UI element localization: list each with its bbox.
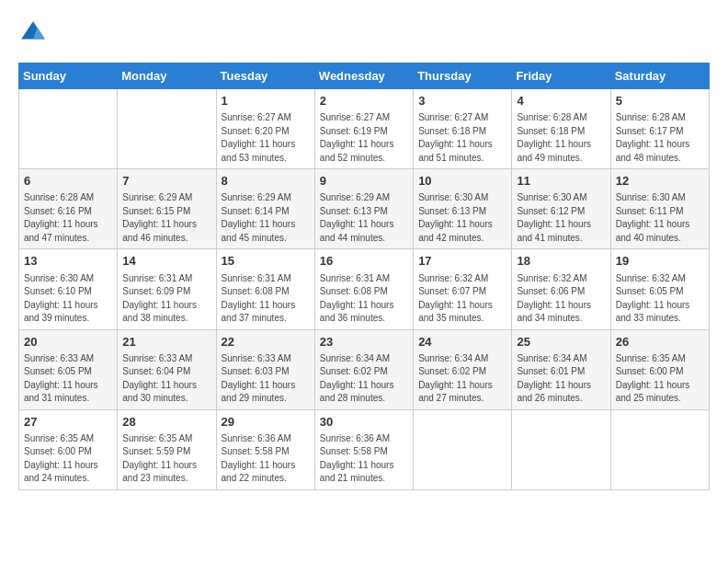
day-number: 4: [517, 93, 605, 109]
calendar-cell: [19, 89, 118, 169]
day-info: Sunrise: 6:33 AM Sunset: 6:03 PM Dayligh…: [222, 352, 310, 406]
day-info: Sunrise: 6:36 AM Sunset: 5:58 PM Dayligh…: [320, 432, 408, 486]
calendar-cell: 25Sunrise: 6:34 AM Sunset: 6:01 PM Dayli…: [512, 329, 610, 409]
calendar-cell: 13Sunrise: 6:30 AM Sunset: 6:10 PM Dayli…: [19, 249, 118, 329]
column-header-monday: Monday: [118, 63, 216, 89]
calendar-header-row: SundayMondayTuesdayWednesdayThursdayFrid…: [19, 63, 710, 89]
day-number: 1: [222, 93, 310, 109]
day-info: Sunrise: 6:29 AM Sunset: 6:15 PM Dayligh…: [122, 191, 210, 245]
calendar-week-row: 27Sunrise: 6:35 AM Sunset: 6:00 PM Dayli…: [19, 409, 710, 489]
day-number: 30: [320, 414, 408, 431]
day-info: Sunrise: 6:31 AM Sunset: 6:08 PM Dayligh…: [320, 272, 408, 326]
calendar-cell: 12Sunrise: 6:30 AM Sunset: 6:11 PM Dayli…: [610, 169, 709, 249]
day-info: Sunrise: 6:31 AM Sunset: 6:08 PM Dayligh…: [222, 272, 310, 326]
day-info: Sunrise: 6:28 AM Sunset: 6:17 PM Dayligh…: [616, 111, 704, 165]
calendar-cell: 10Sunrise: 6:30 AM Sunset: 6:13 PM Dayli…: [414, 169, 512, 249]
day-info: Sunrise: 6:29 AM Sunset: 6:13 PM Dayligh…: [320, 191, 408, 245]
calendar-week-row: 20Sunrise: 6:33 AM Sunset: 6:05 PM Dayli…: [19, 329, 710, 409]
calendar-cell: 5Sunrise: 6:28 AM Sunset: 6:17 PM Daylig…: [610, 89, 709, 169]
day-info: Sunrise: 6:36 AM Sunset: 5:58 PM Dayligh…: [222, 432, 310, 486]
calendar-cell: 26Sunrise: 6:35 AM Sunset: 6:00 PM Dayli…: [610, 329, 709, 409]
day-info: Sunrise: 6:32 AM Sunset: 6:06 PM Dayligh…: [517, 272, 605, 326]
day-info: Sunrise: 6:34 AM Sunset: 6:02 PM Dayligh…: [418, 352, 506, 406]
calendar-cell: [512, 409, 610, 489]
day-number: 29: [222, 414, 310, 431]
calendar-cell: 14Sunrise: 6:31 AM Sunset: 6:09 PM Dayli…: [118, 249, 216, 329]
calendar-cell: 22Sunrise: 6:33 AM Sunset: 6:03 PM Dayli…: [216, 329, 314, 409]
day-info: Sunrise: 6:30 AM Sunset: 6:10 PM Dayligh…: [24, 272, 112, 326]
day-number: 14: [122, 253, 210, 270]
day-number: 27: [24, 414, 112, 431]
day-number: 19: [616, 253, 704, 270]
day-info: Sunrise: 6:35 AM Sunset: 5:59 PM Dayligh…: [122, 432, 210, 486]
calendar-cell: 4Sunrise: 6:28 AM Sunset: 6:18 PM Daylig…: [512, 89, 610, 169]
day-info: Sunrise: 6:31 AM Sunset: 6:09 PM Dayligh…: [122, 272, 210, 326]
calendar-cell: 20Sunrise: 6:33 AM Sunset: 6:05 PM Dayli…: [19, 329, 118, 409]
day-number: 25: [517, 334, 605, 350]
day-number: 15: [222, 253, 310, 270]
calendar-cell: [414, 409, 512, 489]
day-number: 7: [122, 173, 210, 190]
day-info: Sunrise: 6:35 AM Sunset: 6:00 PM Dayligh…: [616, 352, 704, 406]
calendar-cell: 7Sunrise: 6:29 AM Sunset: 6:15 PM Daylig…: [118, 169, 216, 249]
day-number: 10: [418, 173, 506, 190]
day-number: 2: [320, 93, 408, 109]
calendar-table: SundayMondayTuesdayWednesdayThursdayFrid…: [18, 63, 710, 490]
calendar-week-row: 1Sunrise: 6:27 AM Sunset: 6:20 PM Daylig…: [19, 89, 710, 169]
calendar-cell: 17Sunrise: 6:32 AM Sunset: 6:07 PM Dayli…: [414, 249, 512, 329]
day-info: Sunrise: 6:28 AM Sunset: 6:18 PM Dayligh…: [517, 111, 605, 165]
day-number: 13: [24, 253, 112, 270]
calendar-cell: 16Sunrise: 6:31 AM Sunset: 6:08 PM Dayli…: [314, 249, 413, 329]
logo: [18, 18, 51, 48]
day-number: 12: [616, 173, 704, 190]
day-info: Sunrise: 6:34 AM Sunset: 6:01 PM Dayligh…: [517, 352, 605, 406]
day-info: Sunrise: 6:30 AM Sunset: 6:12 PM Dayligh…: [517, 191, 605, 245]
column-header-sunday: Sunday: [19, 63, 118, 89]
day-number: 20: [24, 334, 112, 350]
calendar-cell: 19Sunrise: 6:32 AM Sunset: 6:05 PM Dayli…: [610, 249, 709, 329]
column-header-tuesday: Tuesday: [216, 63, 314, 89]
calendar-cell: 27Sunrise: 6:35 AM Sunset: 6:00 PM Dayli…: [19, 409, 118, 489]
calendar-cell: 11Sunrise: 6:30 AM Sunset: 6:12 PM Dayli…: [512, 169, 610, 249]
day-info: Sunrise: 6:34 AM Sunset: 6:02 PM Dayligh…: [320, 352, 408, 406]
day-number: 3: [418, 93, 506, 109]
calendar-cell: 21Sunrise: 6:33 AM Sunset: 6:04 PM Dayli…: [118, 329, 216, 409]
day-info: Sunrise: 6:27 AM Sunset: 6:20 PM Dayligh…: [222, 111, 310, 165]
calendar-cell: 1Sunrise: 6:27 AM Sunset: 6:20 PM Daylig…: [216, 89, 314, 169]
column-header-friday: Friday: [512, 63, 610, 89]
day-number: 26: [616, 334, 704, 350]
logo-icon: [18, 18, 48, 48]
day-number: 5: [616, 93, 704, 109]
day-number: 22: [222, 334, 310, 350]
day-number: 17: [418, 253, 506, 270]
calendar-cell: 30Sunrise: 6:36 AM Sunset: 5:58 PM Dayli…: [314, 409, 413, 489]
day-info: Sunrise: 6:30 AM Sunset: 6:13 PM Dayligh…: [418, 191, 506, 245]
calendar-cell: 6Sunrise: 6:28 AM Sunset: 6:16 PM Daylig…: [19, 169, 118, 249]
column-header-thursday: Thursday: [414, 63, 512, 89]
day-info: Sunrise: 6:27 AM Sunset: 6:19 PM Dayligh…: [320, 111, 408, 165]
calendar-cell: [118, 89, 216, 169]
day-number: 18: [517, 253, 605, 270]
calendar-week-row: 6Sunrise: 6:28 AM Sunset: 6:16 PM Daylig…: [19, 169, 710, 249]
calendar-week-row: 13Sunrise: 6:30 AM Sunset: 6:10 PM Dayli…: [19, 249, 710, 329]
column-header-wednesday: Wednesday: [314, 63, 413, 89]
day-number: 24: [418, 334, 506, 350]
day-info: Sunrise: 6:28 AM Sunset: 6:16 PM Dayligh…: [24, 191, 112, 245]
calendar-cell: 29Sunrise: 6:36 AM Sunset: 5:58 PM Dayli…: [216, 409, 314, 489]
day-number: 21: [122, 334, 210, 350]
day-info: Sunrise: 6:32 AM Sunset: 6:07 PM Dayligh…: [418, 272, 506, 326]
day-info: Sunrise: 6:32 AM Sunset: 6:05 PM Dayligh…: [616, 272, 704, 326]
day-info: Sunrise: 6:35 AM Sunset: 6:00 PM Dayligh…: [24, 432, 112, 486]
day-number: 16: [320, 253, 408, 270]
day-number: 23: [320, 334, 408, 350]
calendar-cell: 28Sunrise: 6:35 AM Sunset: 5:59 PM Dayli…: [118, 409, 216, 489]
calendar-cell: 2Sunrise: 6:27 AM Sunset: 6:19 PM Daylig…: [314, 89, 413, 169]
calendar-cell: 24Sunrise: 6:34 AM Sunset: 6:02 PM Dayli…: [414, 329, 512, 409]
calendar-cell: 15Sunrise: 6:31 AM Sunset: 6:08 PM Dayli…: [216, 249, 314, 329]
calendar-cell: 9Sunrise: 6:29 AM Sunset: 6:13 PM Daylig…: [314, 169, 413, 249]
column-header-saturday: Saturday: [610, 63, 709, 89]
day-number: 6: [24, 173, 112, 190]
day-info: Sunrise: 6:33 AM Sunset: 6:04 PM Dayligh…: [122, 352, 210, 406]
day-info: Sunrise: 6:27 AM Sunset: 6:18 PM Dayligh…: [418, 111, 506, 165]
day-number: 28: [122, 414, 210, 431]
